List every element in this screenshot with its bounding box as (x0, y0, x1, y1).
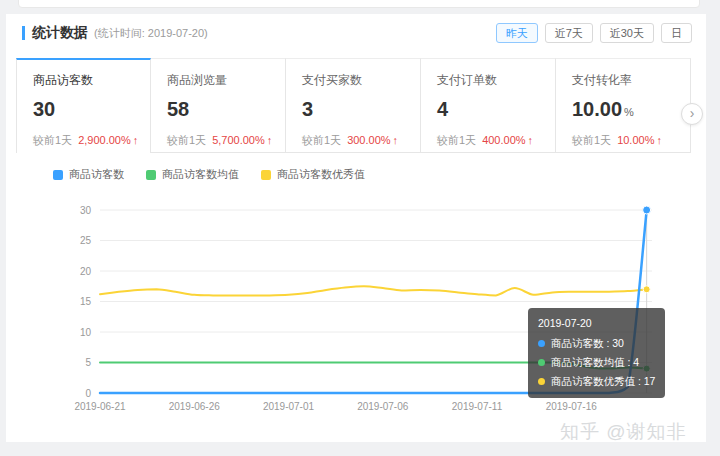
range-button-3[interactable]: 日 (661, 23, 692, 43)
panel-subtitle: (统计时间: 2019-07-20) (94, 26, 208, 41)
y-axis-tick: 30 (80, 205, 92, 216)
metric-change-row: 较前1天5,700.00%↑ (167, 133, 271, 148)
range-button-2[interactable]: 近30天 (600, 23, 654, 43)
previous-panel-edge (18, 0, 700, 8)
tooltip-row-1: 商品访客数均值 : 4 (538, 353, 655, 372)
tooltip-row-text: 商品访客数均值 : 4 (551, 353, 639, 372)
title-accent-bar (22, 26, 25, 40)
panel-title: 统计数据 (32, 24, 88, 42)
metric-value: 10.00% (572, 98, 676, 121)
tooltip-date: 2019-07-20 (538, 314, 655, 333)
x-axis-tick: 2019-07-06 (357, 401, 409, 412)
y-axis-tick: 20 (80, 266, 92, 277)
legend-swatch (261, 170, 271, 180)
metric-tab-3[interactable]: 支付订单数4较前1天400.00%↑ (421, 58, 556, 153)
up-arrow-icon: ↑ (133, 134, 139, 146)
legend-item-1[interactable]: 商品访客数均值 (146, 167, 239, 182)
legend-swatch (146, 170, 156, 180)
range-button-0[interactable]: 昨天 (496, 23, 538, 43)
series-line-2 (100, 286, 647, 295)
metric-label: 商品浏览量 (167, 72, 271, 89)
legend-swatch (53, 170, 63, 180)
up-arrow-icon: ↑ (656, 134, 662, 146)
metric-change-row: 较前1天400.00%↑ (437, 133, 541, 148)
compare-label: 较前1天 (437, 134, 476, 146)
change-value: 2,900.00% (78, 134, 131, 146)
x-axis-tick: 2019-07-11 (452, 401, 503, 412)
x-axis-tick: 2019-06-26 (169, 401, 221, 412)
legend-item-0[interactable]: 商品访客数 (53, 167, 124, 182)
x-axis-tick: 2019-06-21 (74, 401, 126, 412)
compare-label: 较前1天 (167, 134, 206, 146)
statistics-panel: 统计数据 (统计时间: 2019-07-20) 昨天近7天近30天日 商品访客数… (6, 14, 706, 442)
panel-header: 统计数据 (统计时间: 2019-07-20) (22, 24, 208, 42)
range-button-1[interactable]: 近7天 (545, 23, 593, 43)
up-arrow-icon: ↑ (393, 134, 399, 146)
x-axis-tick: 2019-07-16 (546, 401, 598, 412)
watermark: 知乎 @谢知非 (560, 419, 687, 445)
y-axis-tick: 5 (85, 357, 91, 368)
tooltip-row-text: 商品访客数优秀值 : 17 (551, 372, 655, 391)
legend-label: 商品访客数 (69, 167, 124, 182)
compare-label: 较前1天 (33, 134, 72, 146)
series-endpoint-marker-0 (643, 206, 651, 214)
series-dot-icon (538, 340, 545, 347)
chart-tooltip: 2019-07-20 商品访客数 : 30商品访客数均值 : 4商品访客数优秀值… (528, 308, 665, 398)
metric-tab-0[interactable]: 商品访客数30较前1天2,900.00%↑ (16, 58, 151, 153)
up-arrow-icon: ↑ (528, 134, 534, 146)
tooltip-rows: 商品访客数 : 30商品访客数均值 : 4商品访客数优秀值 : 17 (538, 334, 655, 391)
metric-label: 商品访客数 (33, 72, 136, 89)
y-axis-tick: 0 (85, 388, 91, 399)
range-buttons: 昨天近7天近30天日 (489, 23, 692, 43)
legend-label: 商品访客数均值 (162, 167, 239, 182)
compare-label: 较前1天 (302, 134, 341, 146)
y-axis-tick: 10 (80, 327, 92, 338)
metric-tab-1[interactable]: 商品浏览量58较前1天5,700.00%↑ (151, 58, 286, 153)
x-axis-tick: 2019-07-01 (263, 401, 315, 412)
legend-label: 商品访客数优秀值 (277, 167, 365, 182)
metric-value: 30 (33, 98, 136, 121)
legend-item-2[interactable]: 商品访客数优秀值 (261, 167, 365, 182)
tooltip-row-2: 商品访客数优秀值 : 17 (538, 372, 655, 391)
compare-label: 较前1天 (572, 134, 611, 146)
tooltip-row-text: 商品访客数 : 30 (551, 334, 624, 353)
change-value: 5,700.00% (212, 134, 265, 146)
series-endpoint-marker-2 (643, 286, 650, 293)
carousel-next-button[interactable]: › (681, 103, 703, 125)
metric-tabs: 商品访客数30较前1天2,900.00%↑商品浏览量58较前1天5,700.00… (16, 58, 691, 153)
page: { "header": { "title": "统计数据", "subtitle… (0, 0, 720, 456)
change-value: 10.00% (617, 134, 654, 146)
chart-legend: 商品访客数商品访客数均值商品访客数优秀值 (53, 167, 387, 182)
change-value: 300.00% (347, 134, 390, 146)
metric-label: 支付转化率 (572, 72, 676, 89)
chevron-right-icon: › (690, 105, 695, 121)
metric-change-row: 较前1天300.00%↑ (302, 133, 406, 148)
y-axis-tick: 15 (80, 296, 92, 307)
series-dot-icon (538, 378, 545, 385)
metric-change-row: 较前1天2,900.00%↑ (33, 133, 136, 148)
metric-label: 支付买家数 (302, 72, 406, 89)
metric-change-row: 较前1天10.00%↑ (572, 133, 676, 148)
change-value: 400.00% (482, 134, 525, 146)
series-dot-icon (538, 359, 545, 366)
metric-value: 4 (437, 98, 541, 121)
y-axis-tick: 25 (80, 235, 92, 246)
metric-value: 58 (167, 98, 271, 121)
metric-tab-2[interactable]: 支付买家数3较前1天300.00%↑ (286, 58, 421, 153)
tooltip-row-0: 商品访客数 : 30 (538, 334, 655, 353)
metric-value: 3 (302, 98, 406, 121)
metric-tab-4[interactable]: 支付转化率10.00%较前1天10.00%↑ (556, 58, 691, 153)
up-arrow-icon: ↑ (267, 134, 273, 146)
metric-unit: % (624, 106, 634, 118)
metric-label: 支付订单数 (437, 72, 541, 89)
